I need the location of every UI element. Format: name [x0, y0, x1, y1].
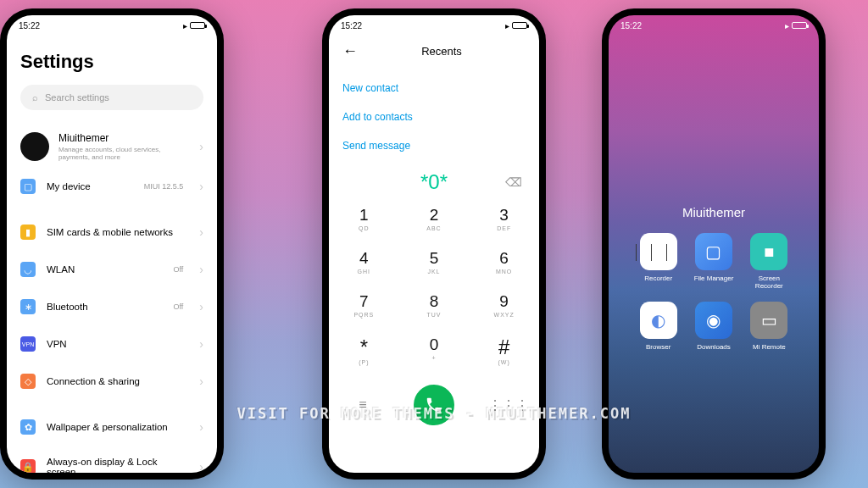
settings-label: Bluetooth — [47, 302, 162, 312]
settings-label: Always-on display & Lock screen — [47, 457, 188, 473]
dialer-link[interactable]: Add to contacts — [342, 103, 526, 131]
settings-row[interactable]: ◇Connection & sharing› — [20, 363, 203, 400]
app-label: Recorder — [644, 274, 672, 282]
app-label: Downloads — [697, 343, 731, 351]
settings-row[interactable]: ▢My deviceMIUI 12.5.5› — [20, 168, 203, 205]
search-icon: ⌕ — [32, 92, 38, 103]
wlan-icon: ◡ — [20, 262, 36, 277]
settings-value: MIUI 12.5.5 — [144, 182, 184, 191]
app-grid: ⎸⎸⎸Recorder▢File Manager■Screen Recorder… — [609, 233, 819, 351]
keypad-key[interactable]: 3DEF — [469, 197, 539, 241]
chevron-right-icon: › — [199, 374, 203, 388]
account-row[interactable]: Miuithemer Manage accounts, cloud servic… — [20, 125, 203, 168]
conn-icon: ◇ — [20, 374, 36, 389]
status-time: 15:22 — [19, 21, 40, 30]
vpn-icon: VPN — [20, 336, 36, 352]
watermark: VISIT FOR MORE THEMES - MIUITHEMER.COM — [0, 405, 868, 422]
settings-row[interactable]: ▮SIM cards & mobile networks› — [20, 214, 203, 251]
back-button[interactable]: ← — [342, 42, 358, 60]
app-label: Screen Recorder — [745, 274, 793, 290]
settings-row[interactable]: ◡WLANOff› — [20, 251, 203, 288]
battery-icon: ▸ — [505, 21, 509, 30]
account-name: Miuithemer — [58, 132, 190, 144]
keypad-key[interactable]: 8TUV — [399, 284, 470, 327]
app-browser[interactable]: ◐Browser — [634, 302, 682, 351]
status-bar: 15:22 ▸ — [609, 15, 819, 36]
account-subtitle: Manage accounts, cloud services, payment… — [58, 146, 190, 161]
status-bar: 15:22 ▸ — [7, 15, 217, 36]
dial-display: *0* ⌫ — [329, 167, 539, 197]
keypad-key[interactable]: #(W) — [469, 327, 539, 374]
app-icon: ◐ — [640, 302, 677, 339]
battery-icon: ▸ — [785, 21, 789, 30]
app-label: Browser — [646, 343, 670, 351]
bt-icon: ∗ — [20, 299, 36, 314]
dialer-link[interactable]: Send message — [342, 131, 526, 160]
sim-icon: ▮ — [20, 225, 36, 240]
avatar — [20, 132, 49, 161]
keypad-key[interactable]: 5JKL — [399, 241, 470, 284]
status-time: 15:22 — [341, 21, 362, 30]
lock-icon: 🔒 — [20, 459, 36, 473]
keypad-key[interactable]: 7PQRS — [329, 284, 399, 327]
settings-label: Connection & sharing — [47, 376, 188, 386]
settings-label: VPN — [47, 339, 188, 349]
dev-icon: ▢ — [20, 179, 36, 194]
app-file-manager[interactable]: ▢File Manager — [689, 233, 737, 290]
settings-value: Off — [173, 302, 183, 311]
settings-value: Off — [173, 265, 183, 274]
app-icon: ▢ — [695, 233, 732, 270]
app-screen-recorder[interactable]: ■Screen Recorder — [745, 233, 793, 290]
app-icon: ▭ — [750, 302, 787, 339]
chevron-right-icon: › — [199, 140, 203, 153]
chevron-right-icon: › — [199, 460, 203, 473]
app-recorder[interactable]: ⎸⎸⎸Recorder — [634, 233, 682, 290]
page-title: Recents — [375, 45, 509, 58]
chevron-right-icon: › — [199, 420, 203, 434]
keypad-key[interactable]: 1QD — [329, 197, 399, 241]
folder-title: Miuithemer — [609, 205, 819, 219]
battery-icon — [190, 22, 205, 29]
app-icon: ◉ — [695, 302, 732, 339]
settings-row[interactable]: ∗BluetoothOff› — [20, 288, 203, 325]
settings-row[interactable]: 🔒Always-on display & Lock screen› — [20, 446, 203, 473]
settings-label: WLAN — [47, 264, 162, 274]
keypad-key[interactable]: *(P) — [329, 327, 399, 374]
settings-label: My device — [47, 181, 133, 191]
page-title: Settings — [20, 51, 203, 73]
app-label: File Manager — [694, 274, 734, 282]
chevron-right-icon: › — [199, 180, 203, 193]
keypad-key[interactable]: 9WXYZ — [469, 284, 539, 327]
status-time: 15:22 — [620, 21, 642, 30]
dialer-link[interactable]: New contact — [342, 74, 526, 103]
chevron-right-icon: › — [199, 337, 203, 351]
search-input[interactable]: ⌕ Search settings — [20, 85, 203, 110]
settings-row[interactable]: VPNVPN› — [20, 325, 203, 363]
battery-icon — [792, 22, 807, 29]
keypad-key[interactable]: 4GHI — [329, 241, 399, 284]
status-bar: 15:22 ▸ — [329, 15, 539, 36]
battery-icon: ▸ — [183, 21, 187, 30]
app-icon: ⎸⎸⎸ — [640, 233, 677, 270]
app-label: Mi Remote — [753, 343, 786, 351]
settings-label: SIM cards & mobile networks — [47, 227, 188, 237]
settings-label: Wallpaper & personalization — [47, 422, 188, 432]
backspace-icon[interactable]: ⌫ — [505, 175, 522, 189]
dialed-number: *0* — [420, 170, 448, 194]
chevron-right-icon: › — [199, 263, 203, 276]
app-mi-remote[interactable]: ▭Mi Remote — [745, 302, 793, 351]
battery-icon — [512, 22, 527, 29]
keypad: 1QD2ABC3DEF4GHI5JKL6MNO7PQRS8TUV9WXYZ*(P… — [329, 197, 539, 374]
chevron-right-icon: › — [199, 225, 203, 239]
keypad-key[interactable]: 2ABC — [399, 197, 470, 241]
app-icon: ■ — [750, 233, 787, 270]
search-placeholder: Search settings — [45, 92, 109, 103]
chevron-right-icon: › — [199, 300, 203, 313]
app-downloads[interactable]: ◉Downloads — [689, 302, 737, 351]
keypad-key[interactable]: 6MNO — [469, 241, 539, 284]
keypad-key[interactable]: 0+ — [399, 327, 470, 374]
